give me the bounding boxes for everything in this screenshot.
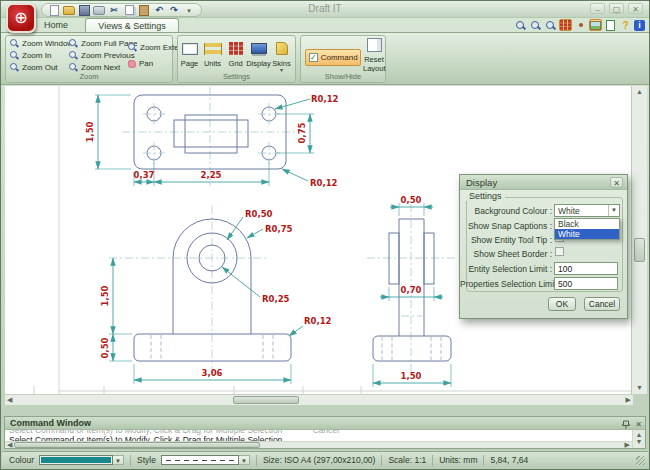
current-colour-swatch[interactable]: [39, 455, 113, 465]
scroll-left-icon[interactable]: ◀: [7, 395, 12, 405]
command-scroll-thumb[interactable]: [14, 442, 260, 448]
zoom-window-icon[interactable]: [514, 19, 527, 31]
radius-label: R0,75: [265, 224, 293, 234]
reset-layout-button[interactable]: Reset Layout: [363, 38, 385, 73]
ribbon-group-showhide: ✓ Command Reset Layout Show/Hide: [300, 35, 386, 83]
front-view: 1,50 0,50 3,06 R0,50 R0,75 R0,25 R0,12: [100, 206, 332, 384]
app-menu-button[interactable]: ⊕: [6, 3, 36, 33]
scroll-right-icon[interactable]: ▶: [625, 440, 630, 450]
dim-side-base-width: 1,50: [401, 371, 422, 381]
pan-hand-icon: [128, 60, 136, 68]
scale-indicator: Scale: 1:1: [388, 455, 426, 465]
groupbox-caption: Settings: [466, 191, 505, 201]
scroll-left-icon[interactable]: ◀: [7, 440, 12, 450]
option-white[interactable]: White: [555, 229, 619, 239]
command-window-header[interactable]: Command Window ✕: [5, 417, 645, 430]
cancel-button[interactable]: Cancel: [584, 297, 620, 311]
tab-views-settings[interactable]: Views & Settings: [85, 18, 179, 32]
image-export-icon[interactable]: [589, 19, 602, 31]
command-window-toggle[interactable]: ✓ Command: [305, 49, 361, 66]
close-button[interactable]: ✕: [628, 3, 643, 14]
grid-toggle-icon[interactable]: [559, 19, 572, 31]
vertical-scroll-thumb[interactable]: [634, 238, 645, 262]
colour-label: Colour: [9, 455, 34, 465]
info-icon[interactable]: i: [634, 20, 645, 31]
ruler-icon: [204, 43, 222, 55]
draftit-logo-icon: ⊕: [14, 10, 27, 26]
page-icon: [182, 43, 198, 55]
reset-layout-icon: [367, 38, 382, 52]
dim-base-width: 3,06: [202, 368, 223, 378]
snap-captions-label: Show Snap Captions :: [460, 221, 552, 231]
current-line-style[interactable]: [161, 455, 239, 465]
command-hscroll[interactable]: ◀ ▶: [5, 441, 632, 448]
scroll-up-icon[interactable]: ▲: [632, 87, 647, 97]
minimize-button[interactable]: –: [590, 3, 605, 14]
magnifier-icon: [128, 43, 137, 52]
scroll-down-icon[interactable]: ▼: [632, 383, 647, 393]
combo-dropdown-arrow[interactable]: ▼: [608, 205, 619, 216]
display-dialog: Display ✕ Settings Background Colour : W…: [459, 174, 628, 319]
zoom-out-button[interactable]: Zoom Out: [10, 63, 73, 72]
radius-label: R0,25: [262, 294, 290, 304]
radius-label: R0,12: [311, 94, 339, 104]
zoom-out-icon[interactable]: [529, 19, 542, 31]
magnifier-icon: [10, 39, 19, 48]
properties-limit-label: Properties Selection Limit :: [460, 279, 552, 289]
window-controls: – ▢ ✕: [590, 3, 643, 14]
dim-hole-offset: 0,37: [134, 170, 155, 180]
horizontal-scroll-thumb[interactable]: [233, 396, 299, 404]
style-selector[interactable]: ▼: [161, 455, 250, 465]
snap-dot-icon[interactable]: [574, 19, 587, 31]
radius-label: R0,50: [245, 209, 273, 219]
scroll-down-icon[interactable]: ▼: [633, 437, 645, 447]
top-view: 1,50 0,75 0,37 2,25 R0,12 R0,12: [85, 87, 339, 188]
ok-button[interactable]: OK: [548, 297, 576, 311]
colour-dropdown-arrow[interactable]: ▼: [113, 455, 124, 465]
entity-limit-label: Entity Selection Limit :: [460, 264, 552, 274]
help-icon[interactable]: ?: [619, 19, 632, 31]
command-window: Command Window ✕ Select Command or Item(…: [4, 416, 646, 449]
background-colour-select[interactable]: White ▼: [554, 204, 620, 217]
ribbon-group-settings: Page Units Grid Display Skins ▾ Settings: [177, 35, 296, 83]
dim-top-height: 1,50: [85, 121, 95, 142]
units-indicator: Units: mm: [439, 455, 477, 465]
style-dropdown-arrow[interactable]: ▼: [239, 455, 250, 465]
zoom-in-icon[interactable]: [544, 19, 557, 31]
properties-limit-input[interactable]: [554, 277, 618, 290]
dim-front-height: 1,50: [100, 285, 110, 306]
side-view: 0,50 0,70 1,50: [367, 195, 455, 387]
command-window-title: Command Window: [10, 418, 91, 428]
checkbox-checked-icon: ✓: [309, 53, 318, 62]
tool-tip-label: Show Entity Tool Tip :: [460, 235, 552, 245]
vertical-scrollbar[interactable]: ▲ ▼: [631, 86, 647, 394]
colour-selector[interactable]: ▼: [39, 455, 124, 465]
cursor-coordinates: 5,84, 7,64: [490, 455, 528, 465]
entity-limit-input[interactable]: [554, 262, 618, 275]
sheet-size: Size: ISO A4 (297,00x210,00): [263, 455, 375, 465]
scroll-right-icon[interactable]: ▶: [626, 395, 631, 405]
draftit-window: ✂ ↶ ↷ ▾ Draft IT – ▢ ✕ ⊕ Home Views & Se…: [0, 0, 650, 470]
pin-icon[interactable]: [622, 420, 630, 430]
zoom-in-button[interactable]: Zoom In: [10, 51, 73, 60]
magnifier-icon: [69, 51, 78, 60]
dim-base-height: 0,50: [100, 337, 110, 358]
zoom-window-button[interactable]: Zoom Window: [10, 39, 73, 48]
horizontal-scrollbar[interactable]: ◀ ▶: [5, 394, 633, 405]
sheet-border-checkbox[interactable]: [555, 247, 564, 256]
dialog-title: Display: [460, 175, 627, 190]
radius-label: R0,12: [304, 316, 332, 326]
magnifier-icon: [10, 51, 19, 60]
resize-grip[interactable]: [636, 456, 645, 465]
tab-home[interactable]: Home: [31, 18, 81, 32]
dim-hole-spacing-h: 2,25: [201, 170, 222, 180]
command-vscroll[interactable]: ▲ ▼: [632, 430, 645, 448]
document-icon[interactable]: [604, 19, 617, 31]
maximize-button[interactable]: ▢: [609, 3, 624, 14]
group-caption-settings: Settings: [178, 72, 295, 82]
monitor-icon: [251, 43, 267, 54]
dialog-close-icon[interactable]: ✕: [610, 177, 623, 188]
option-black[interactable]: Black: [555, 219, 619, 229]
title-bar: ✂ ↶ ↷ ▾ Draft IT – ▢ ✕: [1, 1, 649, 18]
magnifier-icon: [10, 63, 19, 72]
